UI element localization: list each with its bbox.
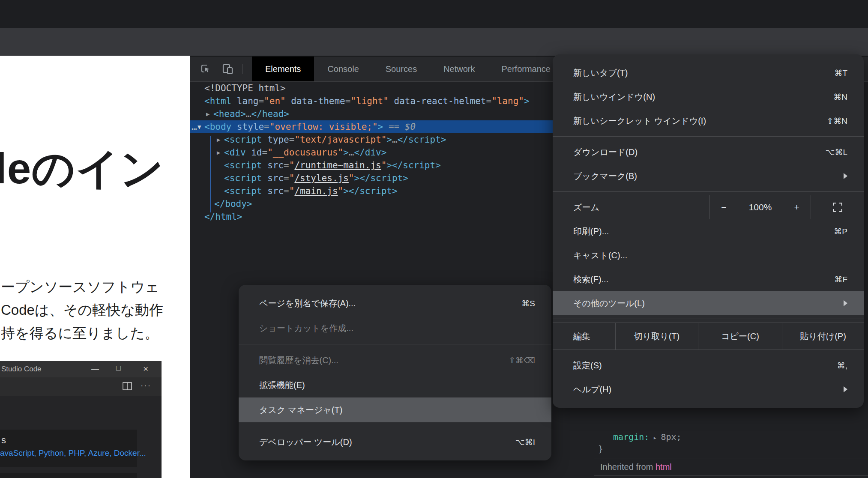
toolbar-divider	[242, 64, 242, 74]
tab-network[interactable]: Network	[430, 57, 488, 81]
syntax-token: >	[343, 147, 349, 158]
syntax-token: =	[486, 96, 492, 106]
submenu-arrow-icon	[844, 300, 847, 306]
syntax-token: <div	[224, 147, 246, 158]
inherited-from-header: Inherited from html	[594, 458, 868, 476]
submenu-arrow-icon	[844, 386, 847, 392]
page-paragraph: ープンソースソフトウェCodeは、その軽快な動作持を得るに至りました。	[1, 275, 163, 345]
hidden-nodes-ellipsis[interactable]: …	[192, 120, 197, 133]
menu-item-shortcut: ⌘T	[834, 68, 847, 78]
zoom-out-button[interactable]: −	[721, 202, 726, 212]
menu-item-copy[interactable]: コピー(C)	[698, 323, 782, 350]
syntax-token: ></script>	[354, 173, 408, 183]
tab-sources[interactable]: Sources	[372, 57, 430, 81]
vscode-welcome-panel: s avaScript, Python, PHP, Azure, Docker.…	[0, 430, 137, 467]
split-editor-icon	[123, 382, 132, 392]
menu-separator	[553, 319, 864, 319]
menu-item-save-page-as[interactable]: ページを別名で保存(A)...⌘S	[239, 291, 551, 316]
syntax-token: </body>	[214, 199, 252, 209]
menu-item-new-window[interactable]: 新しいウインドウ(N)⌘N	[553, 85, 864, 109]
menu-item-label: ショートカットを作成...	[259, 323, 535, 334]
menu-item-label: その他のツール(L)	[573, 298, 844, 309]
menu-item-downloads[interactable]: ダウンロード(D)⌥⌘L	[553, 140, 864, 164]
syntax-token: </head>	[251, 109, 290, 119]
css-rule-line[interactable]: margin: ▸ 8px;	[613, 432, 682, 442]
menu-item-label: ヘルプ(H)	[573, 384, 844, 395]
zoom-controls: −100%+	[709, 195, 811, 219]
screenshot-root: G ☆	[0, 0, 868, 478]
menu-item-new-incognito-window[interactable]: 新しいシークレット ウインドウ(I)⇧⌘N	[553, 109, 864, 133]
syntax-token: src	[262, 160, 284, 170]
minimize-icon: —	[91, 364, 99, 373]
css-token: Inherited from	[600, 462, 655, 472]
inspect-element-icon[interactable]	[199, 63, 212, 75]
syntax-token: "	[289, 186, 295, 196]
menu-item-print[interactable]: 印刷(P)...⌘P	[553, 219, 864, 243]
syntax-token: =	[284, 160, 289, 170]
syntax-token: "__docusaurus"	[267, 147, 343, 158]
menu-item-shortcut: ⌘F	[834, 275, 847, 284]
syntax-token: ==	[383, 122, 405, 132]
menu-item-task-manager[interactable]: タスク マネージャ(T)	[239, 397, 551, 422]
menu-item-extensions[interactable]: 拡張機能(E)	[239, 373, 551, 397]
menu-item-label: 新しいシークレット ウインドウ(I)	[573, 115, 826, 127]
syntax-token: "en"	[264, 96, 286, 106]
menu-item-paste[interactable]: 貼り付け(P)	[782, 323, 864, 350]
menu-item-label: ページを別名で保存(A)...	[259, 298, 521, 309]
fullscreen-button[interactable]	[811, 195, 864, 219]
syntax-token: >	[378, 122, 383, 132]
syntax-token: >	[386, 134, 392, 145]
syntax-token: data-react-helmet	[389, 96, 486, 106]
syntax-token: =	[284, 186, 289, 196]
menu-item-more-tools[interactable]: その他のツール(L)	[553, 291, 864, 315]
indent-guide	[210, 136, 211, 212]
menu-item-help[interactable]: ヘルプ(H)	[553, 377, 864, 401]
menu-item-label: 新しいタブ(T)	[573, 67, 834, 79]
css-rule-line[interactable]: }	[598, 444, 603, 454]
menu-item-find[interactable]: 検索(F)...⌘F	[553, 267, 864, 291]
tab-elements[interactable]: Elements	[252, 57, 314, 81]
syntax-token: =	[289, 134, 295, 145]
browser-toolbar: G ☆	[0, 28, 868, 56]
paragraph-line: ープンソースソフトウェ	[1, 275, 163, 299]
syntax-token: /main.js	[294, 186, 338, 196]
collapsed-arrow-icon[interactable]: ▶	[217, 146, 220, 159]
collapsed-arrow-icon[interactable]: ▶	[206, 108, 210, 120]
menu-item-developer-tools[interactable]: デベロッパー ツール(D)⌥⌘I	[239, 430, 551, 454]
syntax-token: <script	[224, 134, 262, 145]
syntax-token: </div>	[354, 147, 387, 158]
css-token: ▸	[649, 434, 661, 442]
expanded-arrow-icon[interactable]: ▼	[198, 120, 201, 133]
dom-tree-line[interactable]: …▼<body style="overflow: visible;"> == $…	[190, 120, 608, 133]
menu-item-label: 拡張機能(E)	[259, 379, 535, 391]
css-token: margin:	[613, 432, 649, 442]
menu-item-shortcut: ⇧⌘⌫	[509, 356, 535, 365]
zoom-label: ズーム	[553, 195, 709, 219]
css-token: html	[655, 462, 672, 472]
menu-item-label: デベロッパー ツール(D)	[259, 436, 515, 448]
collapsed-arrow-icon[interactable]: ▶	[217, 133, 220, 146]
syntax-token: "	[349, 173, 354, 183]
vscode-title-bar: Studio Code — □ ×	[0, 361, 162, 377]
menu-item-label: キャスト(C)...	[573, 250, 847, 261]
close-icon: ×	[143, 364, 148, 374]
menu-item-shortcut: ⌥⌘L	[826, 147, 847, 157]
menu-separator	[239, 426, 551, 426]
menu-item-bookmarks[interactable]: ブックマーク(B)	[553, 164, 864, 188]
menu-item-label: ブックマーク(B)	[573, 170, 844, 182]
vscode-screenshot: Studio Code — □ × ··· s av	[0, 361, 162, 478]
menu-item-new-tab[interactable]: 新しいタブ(T)⌘T	[553, 61, 864, 85]
zoom-in-button[interactable]: +	[794, 202, 799, 212]
page-heading: leのイン	[0, 140, 164, 198]
zoom-level-value: 100%	[749, 202, 772, 212]
syntax-token: =	[258, 96, 264, 106]
syntax-token: ></script>	[386, 160, 440, 170]
menu-item-cut[interactable]: 切り取り(T)	[615, 323, 698, 350]
menu-item-cast[interactable]: キャスト(C)...	[553, 243, 864, 267]
syntax-token: <script	[224, 186, 262, 196]
paragraph-line: Codeは、その軽快な動作	[1, 299, 163, 322]
menu-item-settings[interactable]: 設定(S)⌘,	[553, 353, 864, 377]
syntax-token: …	[246, 109, 251, 119]
device-toolbar-icon[interactable]	[221, 63, 234, 75]
tab-console[interactable]: Console	[314, 57, 372, 81]
